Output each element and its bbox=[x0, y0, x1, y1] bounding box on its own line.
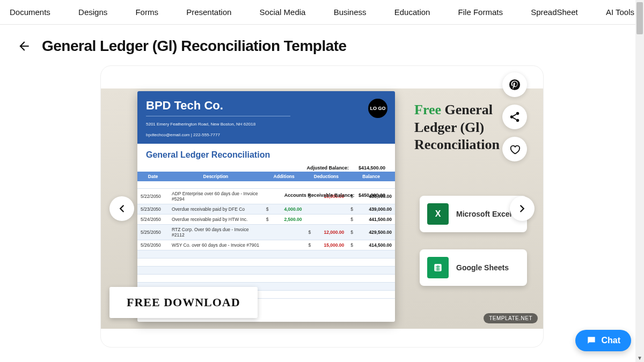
doc-header: BPD Tech Co. 5201 Emery Featherington Ro… bbox=[137, 91, 395, 144]
sheets-icon bbox=[427, 257, 449, 278]
svg-point-3 bbox=[516, 119, 519, 122]
template-card: BPD Tech Co. 5201 Emery Featherington Ro… bbox=[100, 65, 544, 348]
promo-free-word: Free bbox=[414, 102, 441, 117]
logo-badge: LO GO bbox=[368, 99, 387, 118]
company-name: BPD Tech Co. bbox=[146, 99, 386, 113]
adjusted-balance-label: Adjusted Balance: bbox=[306, 165, 349, 171]
table-row: 5/25/2050RTZ Corp. Over 90 days due - In… bbox=[137, 225, 395, 240]
company-contact: bpdtechco@email.com | 222-555-7777 bbox=[146, 132, 386, 138]
table-row: 5/26/2050WSY Co. over 60 days due - Invo… bbox=[137, 240, 395, 250]
scrollbar[interactable]: ▲ ▼ bbox=[635, 0, 644, 362]
share-icon bbox=[509, 111, 521, 123]
nav-presentation[interactable]: Presentation bbox=[186, 8, 231, 17]
col-deductions: Deductions bbox=[305, 172, 348, 181]
chat-label: Chat bbox=[601, 336, 620, 345]
ar-balance-label: Accounts Receivable Balance: bbox=[284, 193, 355, 198]
arrow-left-icon bbox=[17, 39, 31, 53]
back-button[interactable] bbox=[16, 38, 32, 54]
nav-spreadsheet[interactable]: SpreadSheet bbox=[531, 8, 578, 17]
watermark: TEMPLATE.NET bbox=[484, 313, 538, 323]
doc-title: General Ledger Reconciliation bbox=[137, 144, 395, 164]
scroll-down-arrow[interactable]: ▼ bbox=[635, 353, 644, 362]
svg-point-1 bbox=[516, 112, 519, 115]
chevron-right-icon bbox=[516, 203, 528, 215]
nav-designs[interactable]: Designs bbox=[78, 8, 107, 17]
page-header: General Ledger (Gl) Reconciliation Templ… bbox=[0, 25, 644, 60]
carousel-prev-button[interactable] bbox=[109, 196, 134, 221]
col-additions: Additions bbox=[263, 172, 305, 181]
page-title: General Ledger (Gl) Reconciliation Templ… bbox=[42, 38, 347, 55]
col-balance: Balance bbox=[347, 172, 395, 181]
adjusted-balance-row: Adjusted Balance: $414,500.00 bbox=[137, 164, 395, 172]
app-card-sheets: Google Sheets bbox=[420, 249, 527, 286]
sheets-label: Google Sheets bbox=[456, 263, 509, 272]
nav-ai-tools[interactable]: AI Tools bbox=[606, 8, 634, 17]
excel-icon: X bbox=[427, 203, 449, 225]
svg-point-2 bbox=[510, 115, 514, 119]
pinterest-icon bbox=[509, 79, 521, 91]
nav-social-media[interactable]: Social Media bbox=[260, 8, 306, 17]
pinterest-button[interactable] bbox=[502, 72, 527, 97]
table-row: 5/23/2050Overdue receivable paid by DFE … bbox=[137, 204, 395, 215]
free-download-badge: FREE DOWNLOAD bbox=[109, 287, 258, 318]
preview-image: BPD Tech Co. 5201 Emery Featherington Ro… bbox=[101, 88, 543, 329]
top-nav: Documents Designs Forms Presentation Soc… bbox=[0, 0, 644, 25]
nav-business[interactable]: Business bbox=[334, 8, 367, 17]
nav-forms[interactable]: Forms bbox=[135, 8, 158, 17]
favorite-button[interactable] bbox=[502, 137, 527, 161]
nav-file-formats[interactable]: File Formats bbox=[458, 8, 503, 17]
side-actions bbox=[502, 72, 527, 161]
scroll-thumb[interactable] bbox=[636, 2, 643, 34]
chevron-left-icon bbox=[116, 203, 128, 215]
col-description: Description bbox=[169, 172, 263, 181]
carousel-next-button[interactable] bbox=[510, 196, 535, 221]
nav-documents[interactable]: Documents bbox=[10, 8, 50, 17]
company-address: 5201 Emery Featherington Road, New Bosto… bbox=[146, 122, 386, 127]
excel-label: Microsoft Excel bbox=[456, 210, 511, 219]
chat-icon bbox=[586, 335, 597, 346]
ar-balance-value: $450,000.00 bbox=[358, 193, 385, 198]
table-row: 5/24/2050Overdue receivable paid by HTW … bbox=[137, 215, 395, 225]
adjusted-balance-value: $414,500.00 bbox=[358, 165, 385, 171]
chat-button[interactable]: Chat bbox=[575, 330, 631, 351]
ar-balance-row: Accounts Receivable Balance: $450,000.00 bbox=[284, 191, 395, 200]
share-button[interactable] bbox=[502, 105, 527, 129]
heart-icon bbox=[509, 143, 521, 155]
nav-education[interactable]: Education bbox=[394, 8, 430, 17]
col-date: Date bbox=[137, 172, 169, 181]
